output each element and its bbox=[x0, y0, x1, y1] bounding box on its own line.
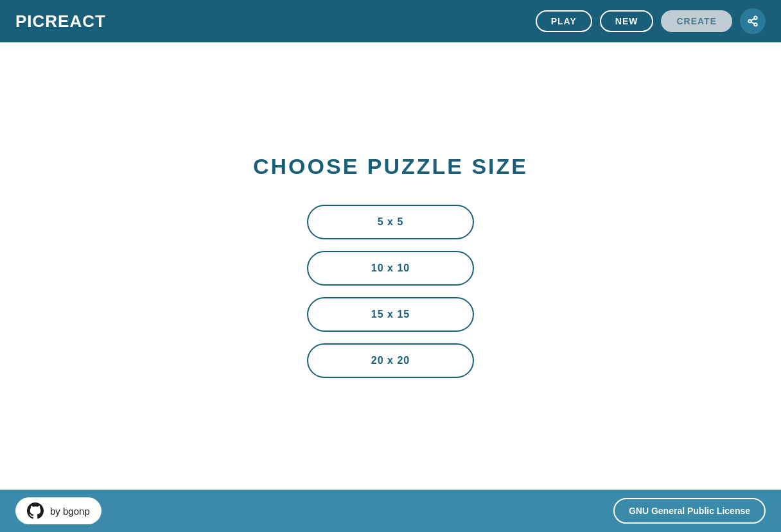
share-button[interactable] bbox=[740, 8, 766, 34]
svg-line-3 bbox=[751, 22, 754, 24]
github-label: by bgonp bbox=[50, 506, 90, 517]
svg-line-4 bbox=[751, 19, 754, 21]
puzzle-size-10x10[interactable]: 10 x 10 bbox=[307, 251, 474, 286]
puzzle-size-5x5[interactable]: 5 x 5 bbox=[307, 205, 474, 239]
app-header: PICREACT PLAY NEW CREATE bbox=[0, 0, 781, 42]
app-logo: PICREACT bbox=[15, 12, 106, 31]
create-button[interactable]: CREATE bbox=[661, 10, 732, 32]
puzzle-size-20x20[interactable]: 20 x 20 bbox=[307, 343, 474, 378]
new-button[interactable]: NEW bbox=[600, 10, 654, 32]
github-link[interactable]: by bgonp bbox=[15, 497, 101, 524]
license-button[interactable]: GNU General Public License bbox=[613, 498, 766, 524]
github-icon bbox=[27, 502, 44, 519]
header-nav: PLAY NEW CREATE bbox=[536, 8, 766, 34]
share-icon bbox=[747, 15, 759, 27]
main-content: CHOOSE PUZZLE SIZE 5 x 5 10 x 10 15 x 15… bbox=[0, 42, 781, 490]
puzzle-size-15x15[interactable]: 15 x 15 bbox=[307, 297, 474, 332]
app-footer: by bgonp GNU General Public License bbox=[0, 490, 781, 532]
logo-pic: PICREACT bbox=[15, 12, 106, 31]
puzzle-size-title: CHOOSE PUZZLE SIZE bbox=[253, 154, 528, 179]
play-button[interactable]: PLAY bbox=[536, 10, 592, 32]
puzzle-size-options: 5 x 5 10 x 10 15 x 15 20 x 20 bbox=[307, 205, 474, 378]
